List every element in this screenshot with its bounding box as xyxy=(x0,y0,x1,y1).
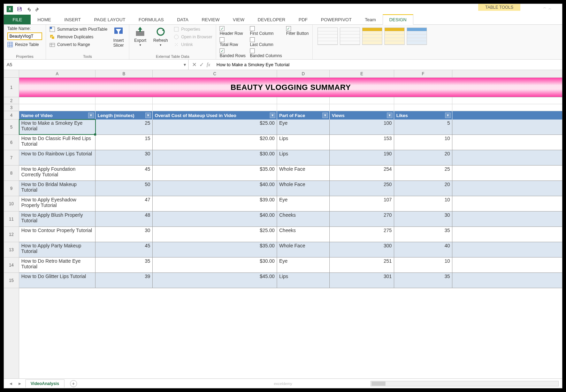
cell[interactable]: 100 xyxy=(330,120,394,134)
table-row[interactable]: How to Apply Foundation Correctly Tutori… xyxy=(19,166,562,181)
table-row[interactable]: How to Apply Party Makeup Tutorial45$35.… xyxy=(19,242,562,258)
select-all-corner[interactable] xyxy=(4,70,19,77)
cell[interactable]: How to Make a Smokey Eye Tutorial xyxy=(19,120,95,134)
tab-pdf[interactable]: PDF xyxy=(292,15,314,24)
cell[interactable]: How to Do Rainbow Lips Tutorial xyxy=(19,150,95,165)
table-row[interactable]: How to Do Rainbow Lips Tutorial30$30.00L… xyxy=(19,150,562,166)
chk-first-column[interactable]: First Column xyxy=(250,26,282,36)
chevron-down-icon[interactable]: ▾ xyxy=(184,62,186,67)
chk-filter-button[interactable]: Filter Button xyxy=(286,26,309,36)
cell[interactable]: Eye xyxy=(277,196,330,211)
row-header[interactable]: 15 xyxy=(4,273,19,288)
chk-header-row[interactable]: Header Row xyxy=(220,26,246,36)
cell[interactable]: 301 xyxy=(330,273,394,288)
cell[interactable]: 190 xyxy=(330,150,394,165)
table-row[interactable]: How to Do Classic Full Red Lips Tutorial… xyxy=(19,135,562,150)
cell[interactable]: How to Do Bridal Makeup Tutorial xyxy=(19,181,95,196)
row-header[interactable]: 11 xyxy=(4,212,19,227)
tab-design[interactable]: DESIGN xyxy=(383,14,413,25)
row-header[interactable]: 9 xyxy=(4,181,19,196)
th-likes[interactable]: Likes▼ xyxy=(394,111,452,120)
cell[interactable]: $40.00 xyxy=(153,212,277,226)
filter-icon[interactable]: ▼ xyxy=(88,113,94,118)
cell[interactable]: How to Apply Foundation Correctly Tutori… xyxy=(19,166,95,180)
cell[interactable]: How to Apply Party Makeup Tutorial xyxy=(19,242,95,257)
cell[interactable]: 40 xyxy=(394,242,452,257)
cell[interactable]: 30 xyxy=(95,227,153,242)
cell[interactable]: Lips xyxy=(277,135,330,150)
col-header-B[interactable]: B xyxy=(95,70,153,77)
cell[interactable]: 275 xyxy=(330,227,394,242)
cell[interactable]: How to Do Glitter Lips Tutorial xyxy=(19,273,95,288)
refresh-button[interactable]: Refresh▼ xyxy=(152,26,169,47)
cell[interactable]: 5 xyxy=(394,120,452,134)
cell[interactable]: 25 xyxy=(95,120,153,134)
chk-banded-columns[interactable]: Banded Columns xyxy=(250,48,282,58)
cancel-formula-icon[interactable]: ✕ xyxy=(192,61,197,68)
table-row[interactable]: How to Do Bridal Makeup Tutorial50$40.00… xyxy=(19,181,562,196)
table-row[interactable]: How to Contour Properly Tutorial30$25.00… xyxy=(19,227,562,242)
row-header[interactable]: 5 xyxy=(4,120,19,135)
cell[interactable]: 39 xyxy=(95,273,153,288)
col-header-F[interactable]: F xyxy=(394,70,452,77)
cell[interactable]: 10 xyxy=(394,135,452,150)
row-header[interactable]: 2 xyxy=(4,97,19,104)
tab-team[interactable]: Team xyxy=(358,15,383,24)
horizontal-scrollbar[interactable] xyxy=(370,381,559,386)
cell[interactable]: 10 xyxy=(394,258,452,272)
cell[interactable]: Eye xyxy=(277,258,330,272)
cell[interactable]: 48 xyxy=(95,212,153,226)
col-header-E[interactable]: E xyxy=(330,70,394,77)
cell[interactable]: 250 xyxy=(330,181,394,196)
table-row[interactable]: How to Do Glitter Lips Tutorial39$45.00L… xyxy=(19,273,562,288)
filter-icon[interactable]: ▼ xyxy=(445,113,451,118)
tab-developer[interactable]: DEVELOPER xyxy=(251,15,292,24)
filter-icon[interactable]: ▼ xyxy=(270,113,275,118)
table-style-swatch[interactable] xyxy=(340,28,360,45)
table-style-swatch[interactable] xyxy=(318,28,338,45)
cell[interactable]: 20 xyxy=(394,150,452,165)
redo-icon[interactable] xyxy=(33,5,42,14)
cell[interactable]: 153 xyxy=(330,135,394,150)
filter-icon[interactable]: ▼ xyxy=(145,113,151,118)
cell[interactable]: How to Apply Blush Properly Tutorial xyxy=(19,212,95,226)
cell[interactable]: 45 xyxy=(95,242,153,257)
th-cost[interactable]: Overall Cost of Makeup Used in Video▼ xyxy=(153,111,277,120)
cells-area[interactable]: BEAUTY VLOGGING SUMMARY Name of Video▼ L… xyxy=(19,78,562,378)
chk-banded-rows[interactable]: Banded Rows xyxy=(220,48,246,58)
name-box[interactable]: A5 ▾ xyxy=(4,60,189,70)
tab-file[interactable]: FILE xyxy=(4,15,31,24)
chk-last-column[interactable]: Last Column xyxy=(250,37,282,47)
summarize-pivot-button[interactable]: Summarize with PivotTable xyxy=(49,26,107,32)
fx-icon[interactable]: fx xyxy=(207,62,210,68)
cell[interactable]: Lips xyxy=(277,150,330,165)
cell[interactable]: $25.00 xyxy=(153,120,277,134)
col-header-D[interactable]: D xyxy=(277,70,330,77)
undo-icon[interactable] xyxy=(24,5,33,14)
cell[interactable]: How to Contour Properly Tutorial xyxy=(19,227,95,242)
cell[interactable]: 251 xyxy=(330,258,394,272)
table-row[interactable]: How to Make a Smokey Eye Tutorial25$25.0… xyxy=(19,120,562,135)
th-part[interactable]: Part of Face▼ xyxy=(277,111,330,120)
row-header[interactable]: 4 xyxy=(4,111,19,120)
cell[interactable]: Cheeks xyxy=(277,227,330,242)
sheet-nav-next-icon[interactable]: ► xyxy=(16,381,23,386)
filter-icon[interactable]: ▼ xyxy=(322,113,328,118)
tab-powerpivot[interactable]: POWERPIVOT xyxy=(314,15,358,24)
cell[interactable]: 254 xyxy=(330,166,394,180)
formula-input[interactable] xyxy=(214,60,562,70)
table-name-input[interactable] xyxy=(7,32,42,40)
cell[interactable]: $30.00 xyxy=(153,258,277,272)
tab-page-layout[interactable]: PAGE LAYOUT xyxy=(87,15,132,24)
cell[interactable]: 35 xyxy=(394,273,452,288)
cell[interactable]: $30.00 xyxy=(153,150,277,165)
row-header[interactable]: 10 xyxy=(4,196,19,212)
cell[interactable]: 47 xyxy=(95,196,153,211)
remove-duplicates-button[interactable]: Remove Duplicates xyxy=(49,34,107,40)
row-header[interactable]: 1 xyxy=(4,78,19,97)
cell[interactable]: 35 xyxy=(95,258,153,272)
row-header[interactable]: 6 xyxy=(4,135,19,150)
cell[interactable]: 107 xyxy=(330,196,394,211)
tab-formulas[interactable]: FORMULAS xyxy=(132,15,170,24)
cell[interactable]: $25.00 xyxy=(153,227,277,242)
